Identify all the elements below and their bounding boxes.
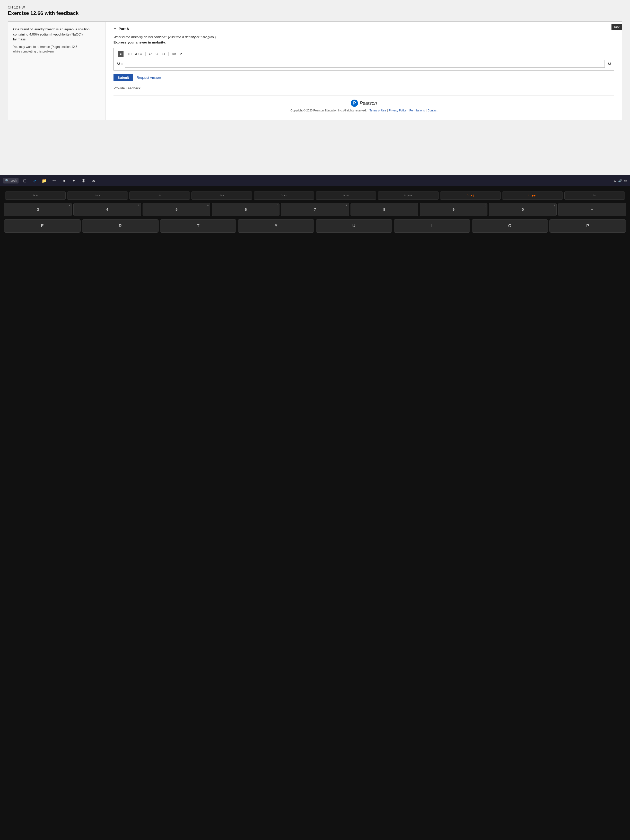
submit-button[interactable]: Submit <box>114 74 133 81</box>
sqrt-button[interactable]: √□ <box>126 52 132 57</box>
taskbar-icon-folder[interactable]: 📁 <box>41 177 48 184</box>
key-9[interactable]: ( 9 <box>420 203 488 216</box>
key-p[interactable]: P <box>549 219 626 233</box>
refresh-button[interactable]: ↺ <box>161 52 166 57</box>
review-button[interactable]: Rev <box>611 24 622 30</box>
greek-symbols-button[interactable]: ΑΣΦ <box>134 52 143 57</box>
fn-key-f10[interactable]: f10 ▶|| <box>440 191 501 200</box>
left-panel: One brand of laundry bleach is an aqueou… <box>8 22 106 120</box>
tray-network-icon: ∧ <box>614 179 616 182</box>
copyright-text: Copyright © 2020 Pearson Education Inc. … <box>291 109 367 112</box>
part-arrow-icon: ▼ <box>114 27 117 31</box>
key-i[interactable]: I <box>394 219 470 233</box>
page-footer: P Pearson Copyright © 2020 Pearson Educa… <box>114 95 614 115</box>
toolbar-row: ■ √□ ΑΣΦ ↩ ↪ ↺ ⌨ ? <box>117 51 611 57</box>
key-0[interactable]: ) 0 <box>489 203 557 216</box>
page-title: Exercise 12.66 with feedback <box>8 10 622 16</box>
tray-speaker-icon: 🔊 <box>618 179 622 182</box>
express-text: Express your answer in molarity. <box>114 40 614 44</box>
square-format-button[interactable]: ■ <box>117 51 125 57</box>
reference-text: You may want to reference (Page) section… <box>13 44 100 54</box>
fn-key-row: f3 ✳ f4 IOI f5 f6 ● f7 ◄– f8 –+ f9 |◄◄ f… <box>3 191 627 200</box>
problem-text-1: One brand of laundry bleach is an aqueou… <box>13 27 100 42</box>
key-6[interactable]: ^ 6 <box>212 203 279 216</box>
fn-key-f11[interactable]: f11 ▶▶| <box>502 191 562 200</box>
fn-key-f7[interactable]: f7 ◄– <box>254 191 314 200</box>
key-e[interactable]: E <box>4 219 81 233</box>
content-area: Rev One brand of laundry bleach is an aq… <box>8 21 622 120</box>
taskbar-tray: ∧ 🔊 ▭ <box>614 179 627 182</box>
fn-key-f6[interactable]: f6 ● <box>191 191 252 200</box>
key-u[interactable]: U <box>316 219 392 233</box>
pearson-name: Pearson <box>360 101 377 106</box>
permissions-link[interactable]: Permissions <box>409 109 425 112</box>
fn-key-f5[interactable]: f5 <box>129 191 190 200</box>
taskbar-icon-store[interactable]: ⚏ <box>51 177 58 184</box>
taskbar-icon-browser[interactable]: ℯ <box>31 177 38 184</box>
page-subtitle: CH 12 HW <box>8 5 622 9</box>
help-button[interactable]: ? <box>178 52 183 57</box>
taskbar-search[interactable]: 🔍 arch <box>3 178 19 183</box>
key-r[interactable]: R <box>82 219 158 233</box>
fn-key-f3[interactable]: f3 ✳ <box>5 191 66 200</box>
part-header: ▼ Part A <box>114 27 614 31</box>
redo-button[interactable]: ↪ <box>155 52 159 57</box>
right-panel: ▼ Part A What is the molarity of this so… <box>106 22 622 120</box>
contact-link[interactable]: Contact <box>428 109 437 112</box>
key-4[interactable]: $ 4 <box>73 203 141 216</box>
taskbar-icon-amazon[interactable]: a <box>60 177 68 184</box>
key-8[interactable]: * 8 <box>351 203 418 216</box>
terms-of-use-link[interactable]: Terms of Use <box>369 109 386 112</box>
qwerty-key-row: E R T Y U I O P <box>3 219 627 233</box>
keyboard-button[interactable]: ⌨ <box>171 52 177 56</box>
action-row: Submit Request Answer <box>114 74 614 81</box>
search-icon: 🔍 <box>5 179 9 182</box>
request-answer-button[interactable]: Request Answer <box>137 76 161 79</box>
pearson-logo: P Pearson <box>114 99 614 107</box>
problem-line2: containing 4.00% sodium hypochlorite (Na… <box>13 32 83 36</box>
taskbar-icon-dollar[interactable]: $ <box>80 177 87 184</box>
toolbar-divider <box>145 52 146 56</box>
molarity-input[interactable] <box>125 60 605 68</box>
fn-key-f4[interactable]: f4 IOI <box>67 191 128 200</box>
privacy-policy-link[interactable]: Privacy Policy <box>389 109 406 112</box>
taskbar-icon-mail[interactable]: ✉ <box>90 177 97 184</box>
browser-area: CH 12 HW Exercise 12.66 with feedback Re… <box>0 0 630 175</box>
key-t[interactable]: T <box>160 219 237 233</box>
number-key-row: # 3 $ 4 % 5 ^ 6 & 7 * 8 ( 9 ) 0 <box>3 203 627 216</box>
search-label: arch <box>11 179 16 182</box>
key-minus[interactable]: – <box>558 203 626 216</box>
taskbar: 🔍 arch ⊞ ℯ 📁 ⚏ a ✦ $ ✉ ∧ 🔊 ▭ <box>0 175 630 186</box>
key-7[interactable]: & 7 <box>281 203 349 216</box>
molarity-unit: M <box>608 62 611 66</box>
copyright-row: Copyright © 2020 Pearson Education Inc. … <box>114 109 614 112</box>
toolbar-divider-2 <box>168 52 169 56</box>
fn-key-f9[interactable]: f9 |◄◄ <box>378 191 438 200</box>
undo-button[interactable]: ↩ <box>148 52 153 57</box>
fn-key-f8[interactable]: f8 –+ <box>316 191 376 200</box>
math-input-label: M = <box>117 62 123 66</box>
key-5[interactable]: % 5 <box>142 203 210 216</box>
key-o[interactable]: O <box>472 219 548 233</box>
keyboard-area: f3 ✳ f4 IOI f5 f6 ● f7 ◄– f8 –+ f9 |◄◄ f… <box>0 186 630 840</box>
math-input-row: M = M <box>117 60 611 68</box>
tray-display-icon: ▭ <box>624 179 627 182</box>
fn-key-f12[interactable]: f12 <box>564 191 625 200</box>
pearson-p-icon: P <box>351 99 358 107</box>
key-y[interactable]: Y <box>238 219 314 233</box>
page-header: CH 12 HW Exercise 12.66 with feedback <box>8 5 622 16</box>
provide-feedback-link[interactable]: Provide Feedback <box>114 86 614 90</box>
part-label: Part A <box>118 27 129 31</box>
taskbar-icon-desktop[interactable]: ⊞ <box>21 177 28 184</box>
answer-input-box: ■ √□ ΑΣΦ ↩ ↪ ↺ ⌨ ? M = <box>114 48 614 71</box>
taskbar-icon-star[interactable]: ✦ <box>70 177 77 184</box>
key-3[interactable]: # 3 <box>4 203 72 216</box>
question-text: What is the molarity of this solution? (… <box>114 35 614 39</box>
